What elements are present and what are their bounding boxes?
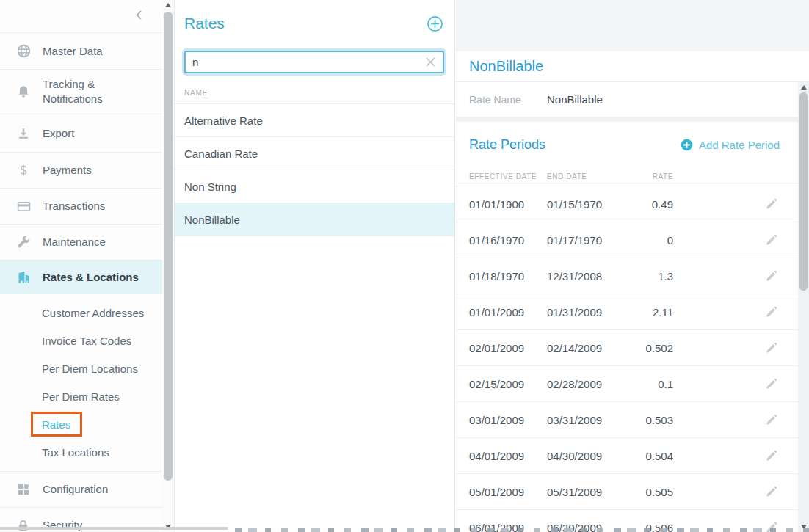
pencil-icon — [764, 377, 778, 391]
sidebar-subitem-label: Rates — [42, 418, 70, 431]
sidebar-subitem-label: Per Diem Locations — [42, 362, 138, 375]
sidebar-item-label: Configuration — [43, 482, 153, 497]
cell-effective-date: 03/01/2009 — [469, 414, 547, 426]
cell-rate: 0 — [628, 234, 673, 247]
lock-icon — [16, 519, 32, 532]
pencil-icon — [764, 305, 778, 319]
sidebar-item-export[interactable]: Export — [0, 114, 162, 153]
sidebar-item-payments[interactable]: Payments — [0, 153, 162, 189]
sidebar-sub-list: Customer AddressesInvoice Tax CodesPer D… — [0, 294, 162, 472]
sidebar-item-master-data[interactable]: Master Data — [0, 33, 162, 70]
list-item-label: Alternative Rate — [184, 114, 263, 127]
edit-rate-period-button[interactable] — [761, 446, 780, 465]
rate-detail-panel: NonBillable Rate NameNonBillable Rate Pe… — [456, 0, 809, 532]
building-icon — [16, 269, 32, 285]
sidebar-item-maintenance[interactable]: Maintenance — [0, 225, 162, 260]
cell-rate: 1.3 — [628, 270, 673, 283]
field-value: NonBillable — [547, 93, 603, 106]
edit-rate-period-button[interactable] — [761, 194, 780, 214]
cell-end-date: 12/31/2008 — [547, 270, 628, 283]
pencil-icon — [764, 341, 778, 355]
rate-periods-title: Rate Periods — [469, 137, 545, 153]
sidebar-scrollbar[interactable] — [162, 0, 174, 532]
scroll-up-icon[interactable] — [162, 0, 174, 10]
detail-fields: Rate NameNonBillable — [456, 82, 798, 117]
cell-rate: 0.502 — [628, 342, 673, 354]
cell-effective-date: 05/01/2009 — [469, 486, 547, 498]
sidebar-subitem-invoice-tax-codes[interactable]: Invoice Tax Codes — [0, 327, 162, 354]
search-input[interactable] — [184, 51, 444, 73]
list-item-label: NonBillable — [184, 214, 240, 226]
pencil-icon — [764, 449, 778, 463]
edit-rate-period-button[interactable] — [761, 338, 780, 357]
detail-scrollbar-thumb[interactable] — [799, 92, 808, 291]
list-item-label: Non String — [184, 181, 236, 193]
cell-end-date: 02/14/2009 — [547, 342, 628, 354]
cell-end-date: 05/31/2009 — [547, 486, 628, 498]
sidebar-item-transactions[interactable]: Transactions — [0, 189, 162, 225]
sidebar-item-label: Tracking & Notifications — [43, 77, 153, 106]
pencil-icon — [764, 269, 778, 283]
cell-effective-date: 01/18/1970 — [469, 270, 547, 283]
sidebar-item-label: Export — [43, 126, 153, 141]
col-header-rate: RATE — [628, 172, 673, 181]
rate-period-row: 01/18/197012/31/20081.3 — [456, 258, 798, 294]
collapse-sidebar-icon[interactable] — [134, 10, 145, 23]
cell-rate: 0.505 — [628, 486, 673, 498]
list-item-label: Canadian Rate — [184, 147, 258, 160]
sidebar-item-label: Maintenance — [43, 235, 153, 249]
sidebar-header — [0, 0, 162, 33]
sidebar-item-label: Payments — [43, 163, 153, 178]
cell-end-date: 01/31/2009 — [547, 306, 628, 318]
list-item-nonbillable[interactable]: NonBillable — [175, 203, 454, 236]
cell-effective-date: 01/01/2009 — [469, 306, 547, 318]
sidebar-item-configuration[interactable]: Configuration — [0, 472, 162, 508]
rate-period-row: 04/01/200904/30/20090.504 — [456, 438, 798, 474]
sidebar-item-tracking-notifications[interactable]: Tracking & Notifications — [0, 70, 162, 114]
sidebar-nav: Master DataTracking & NotificationsExpor… — [0, 33, 162, 532]
list-item-alternative-rate[interactable]: Alternative Rate — [175, 104, 454, 137]
edit-rate-period-button[interactable] — [761, 482, 780, 501]
sidebar-subitem-tax-locations[interactable]: Tax Locations — [0, 438, 162, 466]
panel-title: Rates — [184, 15, 225, 32]
field-label: Rate Name — [469, 94, 547, 106]
cell-rate: 0.49 — [628, 198, 673, 211]
pencil-icon — [764, 413, 778, 427]
cell-effective-date: 01/01/1900 — [469, 198, 547, 211]
add-rate-icon[interactable] — [427, 15, 443, 32]
sidebar-item-label: Security — [43, 518, 153, 532]
grid-icon — [16, 482, 32, 497]
add-rate-period-button[interactable]: Add Rate Period — [681, 139, 780, 151]
edit-rate-period-button[interactable] — [761, 302, 780, 321]
rate-period-row: 02/15/200902/28/20090.1 — [456, 366, 798, 402]
rate-period-row: 05/01/200905/31/20090.505 — [456, 474, 798, 510]
clipped-content-strip — [235, 528, 809, 532]
edit-rate-period-button[interactable] — [761, 410, 780, 429]
clear-search-icon[interactable] — [424, 55, 438, 69]
scroll-up-icon[interactable] — [798, 82, 809, 92]
download-icon — [16, 126, 32, 141]
rates-list: Alternative RateCanadian RateNon StringN… — [175, 104, 454, 236]
card-icon — [16, 199, 32, 214]
globe-icon — [16, 43, 32, 59]
sidebar-subitem-rates[interactable]: Rates — [0, 410, 162, 438]
edit-rate-period-button[interactable] — [761, 374, 780, 393]
col-header-effective-date: EFFECTIVE DATE — [469, 172, 547, 181]
sidebar-subitem-per-diem-rates[interactable]: Per Diem Rates — [0, 382, 162, 410]
sidebar-subitem-per-diem-locations[interactable]: Per Diem Locations — [0, 354, 162, 382]
cell-rate: 0.504 — [628, 450, 673, 462]
detail-scrollbar[interactable] — [798, 82, 809, 532]
rate-period-row: 01/01/200901/31/20092.11 — [456, 294, 798, 330]
plus-circle-icon — [681, 139, 693, 151]
edit-rate-period-button[interactable] — [761, 266, 780, 285]
sidebar-subitem-label: Per Diem Rates — [42, 390, 120, 403]
cell-end-date: 03/31/2009 — [547, 414, 628, 426]
add-rate-period-label: Add Rate Period — [699, 139, 780, 151]
sidebar-scrollbar-thumb[interactable] — [164, 12, 173, 481]
col-header-end-date: END DATE — [547, 172, 628, 181]
list-item-non-string[interactable]: Non String — [175, 170, 454, 203]
edit-rate-period-button[interactable] — [761, 230, 780, 249]
list-item-canadian-rate[interactable]: Canadian Rate — [175, 137, 454, 170]
sidebar-subitem-customer-addresses[interactable]: Customer Addresses — [0, 299, 162, 327]
sidebar-item-rates-locations[interactable]: Rates & Locations — [0, 260, 162, 294]
